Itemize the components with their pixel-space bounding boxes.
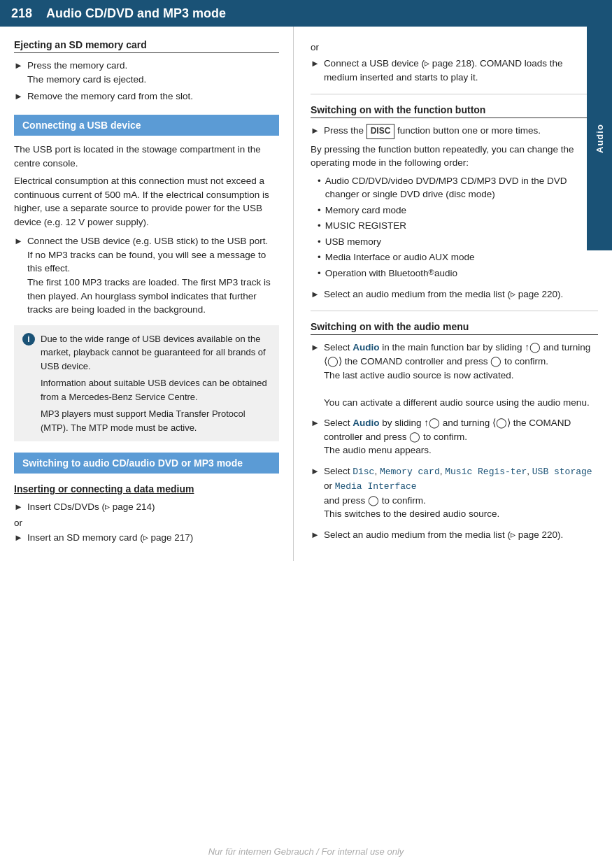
music-register-option: Music Regis‑ter (445, 467, 527, 477)
connecting-usb-label: Connecting a USB device (22, 120, 141, 131)
insert-cd-text: Insert CDs/DVDs (▹ page 214) (27, 500, 279, 514)
eject-bullet-2-text: Remove the memory card from the slot. (27, 90, 279, 104)
right-column: or ► Connect a USB device (▹ page 218). … (294, 27, 612, 561)
disc-option: Disc (353, 467, 374, 477)
audio-menu-bullet-2: ► Select Audio by sliding ↑◯ and turning… (311, 416, 598, 457)
connect-usb-text: Connect a USB device (▹ page 218). COMAN… (324, 57, 598, 84)
connecting-usb-box: Connecting a USB device (14, 115, 279, 136)
audio-menu-bullet-1: ► Select Audio in the main function bar … (311, 341, 598, 409)
connecting-usb-section: The USB port is located in the stowage c… (14, 143, 279, 441)
disc-button-label: DISC (367, 124, 395, 138)
separator-1 (311, 94, 598, 94)
select-medium-text: Select an audio medium from the media li… (324, 287, 598, 301)
usb-para-1: The USB port is located in the stowage c… (14, 143, 279, 170)
insert-sd-text: Insert an SD memory card (▹ page 217) (27, 531, 279, 545)
audio-menu-bullet-4: ► Select an audio medium from the media … (311, 528, 598, 542)
audio-menu-heading: Switching on with the audio menu (311, 321, 598, 335)
ejecting-heading: Ejecting an SD memory card (14, 39, 279, 53)
sidebar-label: Audio (587, 27, 612, 250)
or-text-right: or (311, 42, 598, 52)
media-interface-option: Media Interface (335, 481, 417, 492)
audio-menu-bullet-3: ► Select Disc, Memory card, Music Regis‑… (311, 464, 598, 521)
connect-usb-bullet: ► Connect a USB device (▹ page 218). COM… (311, 57, 598, 84)
function-btn-heading: Switching on with the function button (311, 104, 598, 118)
info-icon: i (22, 333, 35, 346)
audio-menu-text-2: Select Audio by sliding ↑◯ and turning ⟨… (324, 416, 598, 457)
info-para-2: Information about suitable USB devices c… (41, 376, 271, 404)
arrow-icon: ► (311, 341, 320, 355)
eject-bullet-1-text: Press the memory card.The memory card is… (27, 59, 279, 86)
inserting-heading: Inserting or connecting a data medium (14, 483, 279, 495)
or-text-1: or (14, 518, 279, 528)
audio-menu-text-3: Select Disc, Memory card, Music Regis‑te… (324, 464, 598, 521)
usb-connect-bullet: ► Connect the USB device (e.g. USB stick… (14, 234, 279, 316)
page-title: Audio CD/DVD and MP3 mode (46, 6, 226, 21)
audio-menu-text-4: Select an audio medium from the media li… (324, 528, 598, 542)
function-btn-para: By pressing the function button repeated… (311, 143, 598, 170)
switching-cd-label: Switching to audio CD/audio DVD or MP3 m… (22, 457, 243, 469)
list-item: Operation with Bluetooth® audio (318, 266, 598, 280)
arrow-icon: ► (311, 124, 320, 138)
list-item: USB memory (318, 235, 598, 249)
list-item: Memory card mode (318, 204, 598, 218)
arrow-icon: ► (14, 501, 23, 514)
function-btn-section: Switching on with the function button ► … (311, 104, 598, 301)
arrow-icon: ► (311, 57, 320, 71)
insert-cd-bullet: ► Insert CDs/DVDs (▹ page 214) (14, 500, 279, 514)
mode-list: Audio CD/DVD/video DVD/MP3 CD/MP3 DVD in… (318, 174, 598, 280)
page-number: 218 (11, 6, 32, 21)
arrow-icon: ► (14, 235, 23, 248)
info-para-1: Due to the wide range of USB devices ava… (41, 332, 271, 373)
audio-menu-text-1: Select Audio in the main function bar by… (324, 341, 598, 409)
disc-btn-bullet: ► Press the DISC function button one or … (311, 124, 598, 138)
memory-card-option: Memory card (380, 467, 440, 477)
audio-link-2: Audio (353, 418, 379, 428)
arrow-icon: ► (311, 417, 320, 430)
list-item: MUSIC REGISTER (318, 219, 598, 233)
audio-link-1: Audio (353, 342, 379, 353)
usb-para-2: Electrical consumption at this connectio… (14, 174, 279, 229)
arrow-icon: ► (14, 59, 23, 73)
list-item: Media Interface or audio AUX mode (318, 250, 598, 264)
arrow-icon: ► (14, 90, 23, 104)
list-item: Audio CD/DVD/video DVD/MP3 CD/MP3 DVD in… (318, 174, 598, 201)
main-content: Ejecting an SD memory card ► Press the m… (0, 27, 612, 561)
left-column: Ejecting an SD memory card ► Press the m… (0, 27, 294, 561)
arrow-icon: ► (14, 532, 23, 545)
select-medium-bullet: ► Select an audio medium from the media … (311, 287, 598, 301)
inserting-section: Inserting or connecting a data medium ► … (14, 483, 279, 545)
arrow-icon: ► (311, 288, 320, 301)
separator-2 (311, 311, 598, 311)
ejecting-section: Ejecting an SD memory card ► Press the m… (14, 39, 279, 104)
switching-cd-box: Switching to audio CD/audio DVD or MP3 m… (14, 453, 279, 474)
info-box-text: Due to the wide range of USB devices ava… (41, 332, 271, 435)
usb-storage-option: USB storage (532, 467, 592, 477)
page-header: 218 Audio CD/DVD and MP3 mode (0, 0, 612, 27)
eject-bullet-2: ► Remove the memory card from the slot. (14, 90, 279, 104)
insert-sd-bullet: ► Insert an SD memory card (▹ page 217) (14, 531, 279, 545)
footer-watermark: Nur für internen Gebrauch / For internal… (0, 846, 612, 857)
disc-btn-text: Press the DISC function button one or mo… (324, 124, 598, 138)
usb-connect-text: Connect the USB device (e.g. USB stick) … (27, 234, 279, 316)
arrow-icon: ► (311, 465, 320, 478)
audio-menu-section: Switching on with the audio menu ► Selec… (311, 321, 598, 541)
arrow-icon: ► (311, 529, 320, 542)
info-box: i Due to the wide range of USB devices a… (14, 325, 279, 442)
info-para-3: MP3 players must support Media Transfer … (41, 407, 271, 434)
eject-bullet-1: ► Press the memory card.The memory card … (14, 59, 279, 86)
